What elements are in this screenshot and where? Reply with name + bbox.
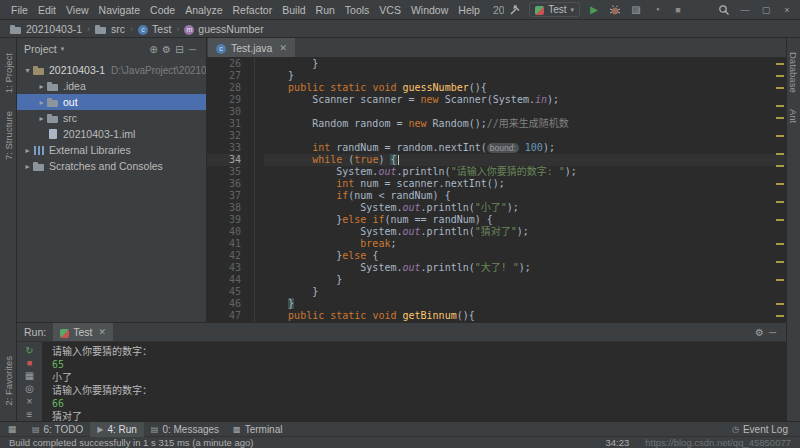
warning-stripe-mark[interactable] xyxy=(776,153,784,155)
restore-layout-icon[interactable]: ▦ xyxy=(22,370,38,381)
pin-icon[interactable]: ◎ xyxy=(22,383,38,394)
code-line[interactable]: public static void getBinnum(){ xyxy=(264,310,786,322)
toolwindow-tab-database[interactable]: Database xyxy=(788,52,799,93)
menu-item-tools[interactable]: Tools xyxy=(340,4,375,16)
warning-stripe-mark[interactable] xyxy=(776,87,784,89)
menu-item-navigate[interactable]: Navigate xyxy=(94,4,145,16)
toolwindow-button-4-run[interactable]: ▶4: Run xyxy=(90,422,144,437)
collapse-icon[interactable]: ⊟ xyxy=(173,44,186,55)
hide-icon[interactable]: ─ xyxy=(186,44,199,55)
chevron-right-icon[interactable]: ▸ xyxy=(36,82,47,91)
tree-item-20210403-1[interactable]: ▾20210403-1D:\JavaProject\20210403-1 xyxy=(17,62,206,78)
code-line[interactable]: if(num < randNum) { xyxy=(264,190,786,202)
line-number[interactable]: 30 xyxy=(207,106,241,118)
warning-stripe-mark[interactable] xyxy=(776,63,784,65)
breadcrumb-item-test[interactable]: Test xyxy=(136,23,173,35)
menu-item-code[interactable]: Code xyxy=(145,4,180,16)
warning-stripe-mark[interactable] xyxy=(776,261,784,263)
warning-stripe-mark[interactable] xyxy=(776,183,784,185)
toolwindow-button-terminal[interactable]: ▩Terminal xyxy=(226,422,289,437)
menu-item-analyze[interactable]: Analyze xyxy=(180,4,227,16)
tree-item-out[interactable]: ▸out xyxy=(17,94,206,110)
menu-item-view[interactable]: View xyxy=(61,4,94,16)
warning-stripe-mark[interactable] xyxy=(776,165,784,167)
chevron-right-icon[interactable]: ▸ xyxy=(22,162,33,171)
menu-item-run[interactable]: Run xyxy=(311,4,340,16)
warning-stripe-mark[interactable] xyxy=(776,135,784,137)
line-number[interactable]: 47 xyxy=(207,310,241,322)
toolwindow-tab-7-structure[interactable]: 7: Structure xyxy=(3,111,14,160)
code-line[interactable]: }else { xyxy=(264,250,786,262)
tree-item-scratches-and-consoles[interactable]: ▸Scratches and Consoles xyxy=(17,158,206,174)
code-line[interactable]: } xyxy=(264,298,786,310)
search-icon[interactable] xyxy=(717,2,731,18)
warning-stripe-mark[interactable] xyxy=(776,105,784,107)
menu-item-edit[interactable]: Edit xyxy=(33,4,61,16)
hide-icon[interactable]: ─ xyxy=(766,327,779,338)
chevron-down-icon[interactable]: ▾ xyxy=(22,66,33,75)
line-number[interactable]: 46 xyxy=(207,298,241,310)
coverage-icon[interactable]: ▨ xyxy=(629,2,643,18)
code-line[interactable]: } xyxy=(264,58,786,70)
chevron-right-icon[interactable]: ▸ xyxy=(36,98,47,107)
tree-item-idea[interactable]: ▸.idea xyxy=(17,78,206,94)
line-number[interactable]: 40 xyxy=(207,226,241,238)
minimize-icon[interactable]: — xyxy=(738,2,752,18)
toolwindow-tab-ant[interactable]: Ant xyxy=(788,109,799,123)
chevron-down-icon[interactable]: ▾ xyxy=(61,45,65,53)
warning-stripe-mark[interactable] xyxy=(776,279,784,281)
warning-stripe-mark[interactable] xyxy=(776,303,784,305)
tree-item-src[interactable]: ▸src xyxy=(17,110,206,126)
gear-icon[interactable]: ⚙ xyxy=(753,327,766,338)
line-number[interactable]: 36 xyxy=(207,178,241,190)
line-number[interactable]: 34 xyxy=(207,154,241,166)
toolwindow-button-6-todo[interactable]: ▤6: TODO xyxy=(25,422,90,437)
code-line[interactable]: break; xyxy=(264,238,786,250)
toolwindow-button-0-messages[interactable]: ▤0: Messages xyxy=(144,422,226,437)
line-number[interactable]: 29 xyxy=(207,94,241,106)
status-message[interactable]: Build completed successfully in 1 s 315 … xyxy=(9,437,253,448)
toolwindow-button-event-log[interactable]: ◷Event Log xyxy=(725,422,795,437)
close-icon[interactable]: × xyxy=(22,396,38,407)
code-line[interactable] xyxy=(264,106,786,118)
build-hammer-icon[interactable] xyxy=(508,2,522,18)
code-line[interactable]: } xyxy=(264,286,786,298)
warning-stripe-mark[interactable] xyxy=(776,315,784,317)
chevron-right-icon[interactable]: ▸ xyxy=(36,114,47,123)
profiler-icon[interactable]: ◔ xyxy=(650,2,664,18)
code-line[interactable]: System.out.println("猜对了"); xyxy=(264,226,786,238)
softwrap-icon[interactable]: ≡ xyxy=(22,409,38,420)
code-line[interactable]: Random random = new Random();//用来生成随机数 xyxy=(264,118,786,130)
code-line[interactable]: int num = scanner.nextInt(); xyxy=(264,178,786,190)
breadcrumb-item-src[interactable]: src xyxy=(93,23,127,35)
line-number[interactable]: 44 xyxy=(207,274,241,286)
tree-item-external-libraries[interactable]: ▸External Libraries xyxy=(17,142,206,158)
toolwindow-switcher-icon[interactable]: ▦ xyxy=(5,424,19,434)
run-tab-test[interactable]: Test ✕ xyxy=(53,323,113,341)
line-number[interactable]: 37 xyxy=(207,190,241,202)
line-number[interactable]: 33 xyxy=(207,142,241,154)
code-editor[interactable]: 2627282930313233343536373839404142434445… xyxy=(207,58,786,322)
locate-icon[interactable]: ⊕ xyxy=(147,44,160,55)
code-line[interactable]: System.out.println("小了"); xyxy=(264,202,786,214)
code-line[interactable]: System.out.println("大了! "); xyxy=(264,262,786,274)
run-config-select[interactable]: Test▾ xyxy=(529,2,580,17)
line-number[interactable]: 41 xyxy=(207,238,241,250)
line-number[interactable]: 26 xyxy=(207,58,241,70)
close-icon[interactable]: ✕ xyxy=(98,327,106,337)
breadcrumb-item-20210403-1[interactable]: 20210403-1 xyxy=(8,23,84,35)
stop-icon[interactable]: ■ xyxy=(671,2,685,18)
menu-item-refactor[interactable]: Refactor xyxy=(228,4,278,16)
rerun-icon[interactable]: ↻ xyxy=(22,345,38,356)
cursor-position[interactable]: 34:23 xyxy=(605,437,629,448)
line-number[interactable]: 27 xyxy=(207,70,241,82)
window-close-icon[interactable]: × xyxy=(780,2,794,18)
line-number[interactable]: 38 xyxy=(207,202,241,214)
tree-item-20210403-1-iml[interactable]: 20210403-1.iml xyxy=(17,126,206,142)
code-line[interactable]: while (true) { xyxy=(264,154,786,166)
line-number[interactable]: 31 xyxy=(207,118,241,130)
menu-item-help[interactable]: Help xyxy=(453,4,485,16)
menu-item-file[interactable]: File xyxy=(6,4,33,16)
breadcrumb-item-guessnumber[interactable]: guessNumber xyxy=(182,23,265,35)
line-number[interactable]: 32 xyxy=(207,130,241,142)
